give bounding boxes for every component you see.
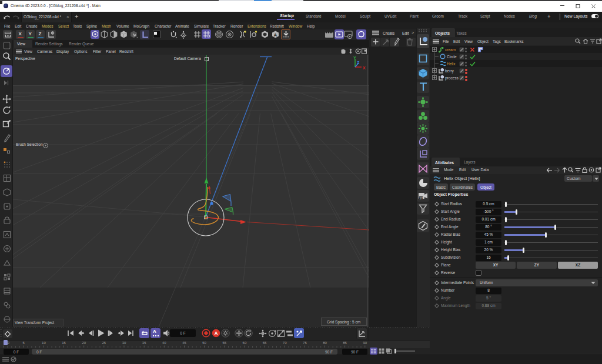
svg-text:ST: ST [420, 197, 423, 200]
svg-text:Y: Y [353, 56, 356, 60]
svg-text:A: A [215, 330, 218, 336]
svg-text:Z: Z [357, 61, 360, 65]
svg-text:X: X [363, 66, 366, 70]
svg-text:A: A [274, 32, 277, 38]
